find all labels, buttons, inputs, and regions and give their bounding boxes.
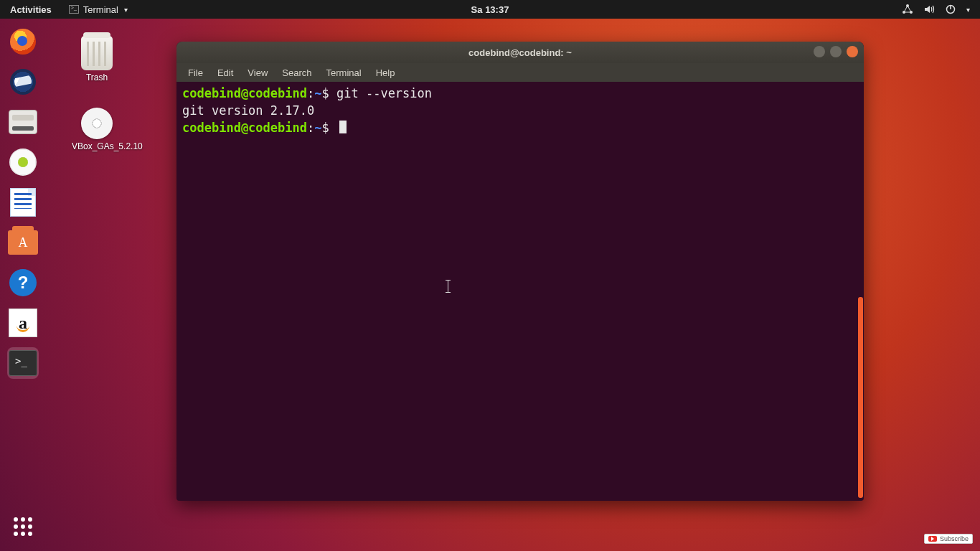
activities-button[interactable]: Activities <box>6 4 56 15</box>
window-maximize-button[interactable] <box>830 46 842 57</box>
window-titlebar[interactable]: codebind@codebind: ~ <box>176 42 864 63</box>
prompt-path: ~ <box>314 121 321 135</box>
prompt-sep: : <box>307 121 314 135</box>
disc-icon <box>81 108 113 139</box>
window-close-button[interactable] <box>847 46 858 57</box>
terminal-line: git version 2.17.0 <box>182 102 858 119</box>
menu-file[interactable]: File <box>182 66 209 80</box>
scrollbar-thumb[interactable] <box>858 297 863 498</box>
menu-terminal[interactable]: Terminal <box>321 66 367 80</box>
trash-icon <box>81 36 113 70</box>
menu-view[interactable]: View <box>242 66 273 80</box>
system-status-area[interactable]: ▾ <box>902 4 980 15</box>
terminal-viewport[interactable]: codebind@codebind:~$ git --version git v… <box>176 82 864 501</box>
prompt-path: ~ <box>314 86 321 100</box>
typed-command: git --version <box>336 86 432 100</box>
window-title: codebind@codebind: ~ <box>468 47 572 58</box>
terminal-scrollbar[interactable] <box>858 82 863 498</box>
dock: ? a <box>4 26 42 544</box>
clock[interactable]: Sa 13:37 <box>471 4 509 15</box>
dock-amazon[interactable]: a <box>7 307 39 339</box>
prompt-user: codebind@codebind <box>182 121 307 135</box>
dock-rhythmbox[interactable] <box>7 146 39 178</box>
menu-help[interactable]: Help <box>370 66 401 80</box>
files-icon <box>9 110 37 134</box>
window-minimize-button[interactable] <box>814 46 825 57</box>
app-menu[interactable]: Terminal ▾ <box>60 4 128 15</box>
dock-files[interactable] <box>7 106 39 138</box>
volume-icon <box>923 4 935 15</box>
prompt-sep: : <box>307 86 314 100</box>
amazon-icon: a <box>9 309 37 337</box>
text-cursor <box>339 121 347 133</box>
command-output: git version 2.17.0 <box>182 103 314 118</box>
mouse-ibeam-cursor <box>448 280 448 293</box>
dock-writer[interactable] <box>7 187 39 218</box>
terminal-window: codebind@codebind: ~ File Edit View Sear… <box>176 42 864 501</box>
prompt-symbol: $ <box>322 86 336 100</box>
svg-rect-4 <box>950 5 951 9</box>
chevron-down-icon: ▾ <box>123 6 128 14</box>
power-icon <box>945 4 956 15</box>
firefox-icon <box>10 29 36 55</box>
dock-software[interactable] <box>7 227 39 258</box>
terminal-menubar: File Edit View Search Terminal Help <box>176 63 864 82</box>
dock-terminal[interactable] <box>7 347 39 379</box>
desktop-trash[interactable]: Trash <box>72 36 122 83</box>
subscribe-badge[interactable]: Subscribe <box>924 534 973 544</box>
network-icon <box>902 4 913 15</box>
music-icon <box>9 149 37 176</box>
terminal-icon <box>9 350 37 376</box>
help-icon: ? <box>9 269 37 296</box>
dock-firefox[interactable] <box>7 26 39 57</box>
thunderbird-icon <box>10 69 36 95</box>
app-menu-label: Terminal <box>83 4 118 15</box>
desktop-vbox-gas[interactable]: VBox_GAs_5.2.10 <box>72 108 122 151</box>
menu-edit[interactable]: Edit <box>212 66 239 80</box>
dock-thunderbird[interactable] <box>7 66 39 98</box>
ubuntu-software-icon <box>8 230 38 255</box>
prompt-user: codebind@codebind <box>182 86 307 100</box>
subscribe-label: Subscribe <box>940 535 969 542</box>
terminal-icon <box>69 5 79 14</box>
vbox-label: VBox_GAs_5.2.10 <box>72 141 122 151</box>
chevron-down-icon: ▾ <box>966 6 970 14</box>
top-panel: Activities Terminal ▾ Sa 13:37 ▾ <box>0 0 980 19</box>
dock-help[interactable]: ? <box>7 267 39 298</box>
youtube-icon <box>928 536 937 542</box>
prompt-symbol: $ <box>322 121 336 135</box>
trash-label: Trash <box>72 72 122 83</box>
libreoffice-writer-icon <box>10 188 36 217</box>
terminal-line: codebind@codebind:~$ git --version <box>182 85 858 102</box>
menu-search[interactable]: Search <box>276 66 317 80</box>
terminal-line: codebind@codebind:~$ <box>182 119 858 136</box>
